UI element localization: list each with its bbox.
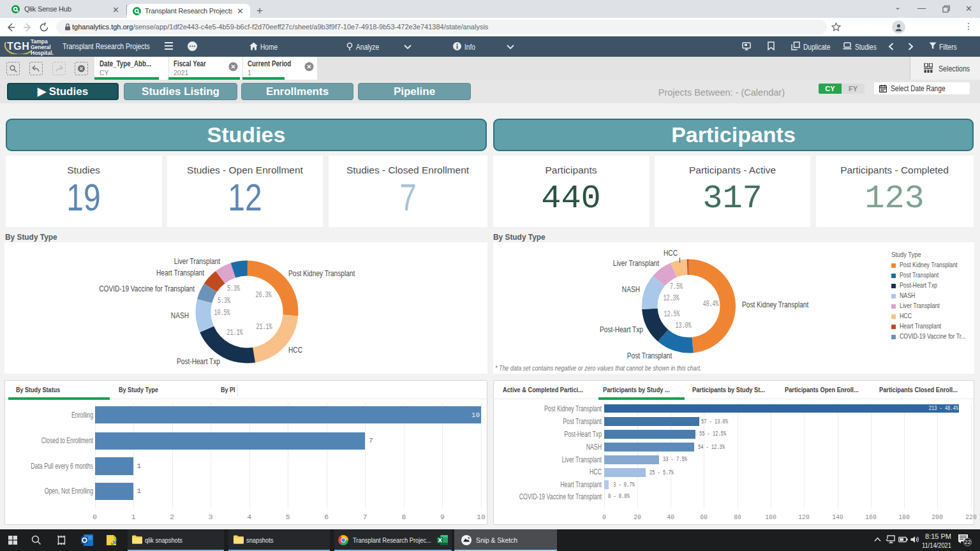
svg-text:22: 22 — [964, 539, 970, 545]
